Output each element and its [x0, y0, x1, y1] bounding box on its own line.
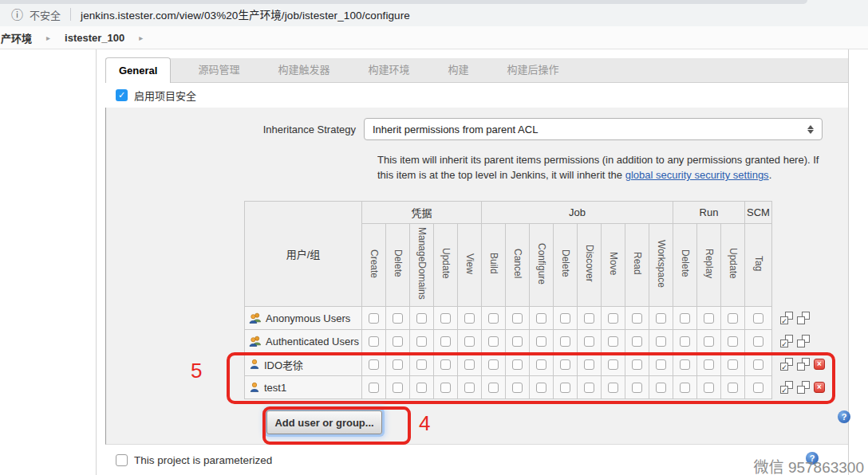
perm-checkbox[interactable] [753, 313, 763, 324]
inheritance-help-text: This item will inherit its parent items … [377, 152, 829, 183]
page-url[interactable]: jenkins.istester.com/view/03%20生产环境/job/… [81, 6, 410, 22]
breadcrumb-view[interactable]: 产环境 [1, 30, 32, 45]
perm-checkbox[interactable] [704, 336, 714, 347]
perm-checkbox[interactable] [656, 313, 666, 324]
browser-address-bar[interactable]: ⓘ 不安全 jenkins.istester.com/view/03%20生产环… [0, 0, 868, 26]
row-name-cell: Anonymous Users [245, 307, 362, 330]
inheritance-strategy-value: Inherit permissions from parent ACL [373, 124, 538, 135]
perm-checkbox[interactable] [680, 336, 690, 347]
select-all-icon[interactable]: ✓ [780, 335, 793, 347]
perm-col-header: Delete [554, 224, 578, 307]
perm-checkbox[interactable] [440, 336, 451, 347]
perm-checkbox[interactable] [369, 313, 379, 324]
perm-checkbox[interactable] [393, 336, 403, 347]
global-security-settings-link[interactable]: global security security settings [625, 169, 769, 181]
annotation-box-button [262, 406, 411, 445]
perm-checkbox[interactable] [584, 313, 594, 324]
breadcrumb: 产环境 ▸ istester_100 ▸ [0, 26, 868, 49]
row-name-cell: Authenticated Users [245, 330, 362, 353]
address-separator [70, 8, 71, 21]
perm-col-header: Tag [745, 224, 772, 307]
perm-col-header: Workspace [649, 224, 673, 307]
clear-all-icon[interactable] [797, 312, 810, 324]
perm-col-header: Read [625, 224, 649, 307]
matrix-group-row: 用户/组凭据JobRunSCM [245, 202, 772, 224]
perm-col-header: ManageDomains [410, 224, 434, 307]
perm-checkbox[interactable] [560, 336, 570, 347]
configure-page: General源码管理构建触发器构建环境构建构建后操作 ✓ 启用项目安全 Inh… [105, 49, 849, 475]
perm-checkbox[interactable] [560, 313, 570, 324]
perm-checkbox[interactable] [512, 313, 523, 324]
parameterized-label: This project is parameterized [134, 454, 272, 466]
perm-checkbox[interactable] [536, 313, 546, 324]
perm-col-header: View [458, 224, 482, 307]
help-line1: This item will inherit its parent items … [377, 154, 819, 166]
inheritance-strategy-label: Inheritance Strategy [234, 124, 356, 135]
perm-col-header: Update [721, 224, 745, 307]
chevron-right-icon: ▸ [46, 33, 50, 42]
perm-checkbox[interactable] [584, 336, 594, 347]
perm-col-header: Create [362, 224, 386, 307]
perm-checkbox[interactable] [632, 336, 642, 347]
tab-构建后操作[interactable]: 构建后操作 [495, 58, 570, 82]
perm-checkbox[interactable] [440, 313, 451, 324]
matrix-row: Anonymous Users [245, 307, 772, 330]
perm-checkbox[interactable] [464, 336, 475, 347]
enable-security-label: 启用项目安全 [134, 88, 196, 103]
row-name: Authenticated Users [266, 336, 359, 347]
perm-checkbox[interactable] [464, 313, 475, 324]
tab-General[interactable]: General [105, 57, 171, 83]
parameterized-checkbox[interactable] [116, 454, 128, 466]
annotation-box-rows [227, 352, 835, 404]
watermark-text: 微信 957863300 [754, 455, 864, 475]
parameterized-row: This project is parameterized [105, 445, 848, 475]
perm-checkbox[interactable] [632, 313, 642, 324]
group-icon [249, 312, 262, 324]
perm-checkbox[interactable] [608, 313, 618, 324]
help-line2-prefix: this item is at the top level in Jenkins… [377, 169, 625, 181]
chevron-right-icon: ▸ [139, 33, 143, 42]
perm-checkbox[interactable] [728, 313, 738, 324]
tab-构建触发器[interactable]: 构建触发器 [266, 58, 341, 82]
perm-checkbox[interactable] [753, 336, 763, 347]
annotation-number-4: 4 [419, 411, 430, 436]
clear-all-icon[interactable] [797, 335, 810, 347]
perm-checkbox[interactable] [680, 313, 690, 324]
perm-checkbox[interactable] [393, 313, 403, 324]
perm-checkbox[interactable] [728, 336, 738, 347]
inheritance-strategy-select[interactable]: Inherit permissions from parent ACL [364, 118, 823, 140]
info-icon[interactable]: ⓘ [11, 9, 23, 21]
help-question-icon[interactable]: ? [838, 410, 850, 423]
help-line2-suffix: . [769, 169, 772, 181]
group-header-SCM: SCM [745, 202, 772, 224]
group-header-凭据: 凭据 [362, 202, 482, 224]
perm-checkbox[interactable] [512, 336, 523, 347]
enable-security-checkbox[interactable]: ✓ [116, 89, 128, 101]
perm-checkbox[interactable] [536, 336, 546, 347]
perm-checkbox[interactable] [704, 313, 714, 324]
perm-col-header: Update [434, 224, 458, 307]
perm-checkbox[interactable] [608, 336, 618, 347]
perm-col-header: Delete [386, 224, 410, 307]
tab-构建[interactable]: 构建 [436, 58, 479, 82]
left-sidebar [0, 49, 97, 475]
perm-checkbox[interactable] [416, 336, 427, 347]
breadcrumb-job[interactable]: istester_100 [65, 32, 124, 44]
perm-col-header: Replay [697, 224, 721, 307]
perm-checkbox[interactable] [488, 313, 499, 324]
perm-col-header: Discover [578, 224, 602, 307]
tab-源码管理[interactable]: 源码管理 [187, 58, 251, 82]
perm-checkbox[interactable] [369, 336, 379, 347]
annotation-number-5: 5 [191, 359, 202, 383]
select-all-icon[interactable]: ✓ [780, 312, 793, 324]
perm-col-header: Move [602, 224, 625, 307]
perm-col-header: Build [482, 224, 506, 307]
perm-checkbox[interactable] [416, 313, 427, 324]
enable-security-row: ✓ 启用项目安全 [105, 83, 848, 108]
perm-col-header: Delete [673, 224, 697, 307]
tab-构建环境[interactable]: 构建环境 [357, 58, 420, 82]
user-group-header: 用户/组 [245, 202, 362, 307]
perm-checkbox[interactable] [488, 336, 499, 347]
group-icon [249, 336, 262, 347]
perm-checkbox[interactable] [656, 336, 666, 347]
